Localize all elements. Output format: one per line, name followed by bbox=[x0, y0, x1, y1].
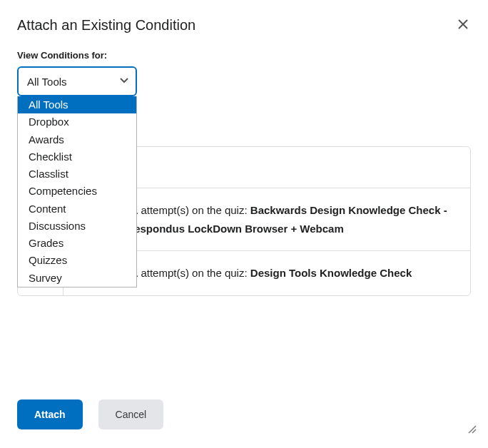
tool-dropdown-item[interactable]: Classlist bbox=[18, 166, 136, 183]
tool-dropdown-item[interactable]: Grades bbox=[18, 235, 136, 252]
close-icon bbox=[458, 18, 468, 32]
close-button[interactable] bbox=[455, 16, 471, 34]
tool-dropdown-item[interactable]: Awards bbox=[18, 131, 136, 148]
tool-select: All Tools All ToolsDropboxAwardsChecklis… bbox=[17, 66, 137, 96]
attach-button[interactable]: Attach bbox=[17, 399, 83, 429]
tool-select-trigger[interactable]: All Tools bbox=[17, 66, 137, 96]
dialog-footer: Attach Cancel bbox=[17, 399, 163, 429]
tool-dropdown-item[interactable]: Quizzes bbox=[18, 252, 136, 269]
svg-line-2 bbox=[469, 426, 476, 433]
tool-dropdown-item[interactable]: Competencies bbox=[18, 183, 136, 200]
tool-dropdown-item[interactable]: Discussions bbox=[18, 218, 136, 235]
cancel-button[interactable]: Cancel bbox=[98, 399, 164, 429]
tool-dropdown-item[interactable]: Content bbox=[18, 200, 136, 218]
resize-grip-icon[interactable] bbox=[467, 424, 477, 434]
svg-line-3 bbox=[472, 429, 476, 433]
tool-dropdown-item[interactable]: Dropbox bbox=[18, 113, 136, 131]
tool-dropdown-item[interactable]: All Tools bbox=[18, 96, 136, 113]
tool-dropdown-list: All ToolsDropboxAwardsChecklistClasslist… bbox=[17, 96, 137, 287]
view-conditions-label: View Conditions for: bbox=[17, 50, 471, 61]
tool-dropdown-item[interactable]: Survey bbox=[18, 270, 136, 287]
tool-select-value: All Tools bbox=[27, 76, 67, 88]
attach-condition-dialog: Attach an Existing Condition View Condit… bbox=[0, 0, 488, 448]
tool-dropdown-item[interactable]: Checklist bbox=[18, 148, 136, 166]
dialog-title: Attach an Existing Condition bbox=[17, 17, 195, 34]
dialog-header: Attach an Existing Condition bbox=[17, 16, 471, 34]
chevron-down-icon bbox=[120, 78, 127, 85]
